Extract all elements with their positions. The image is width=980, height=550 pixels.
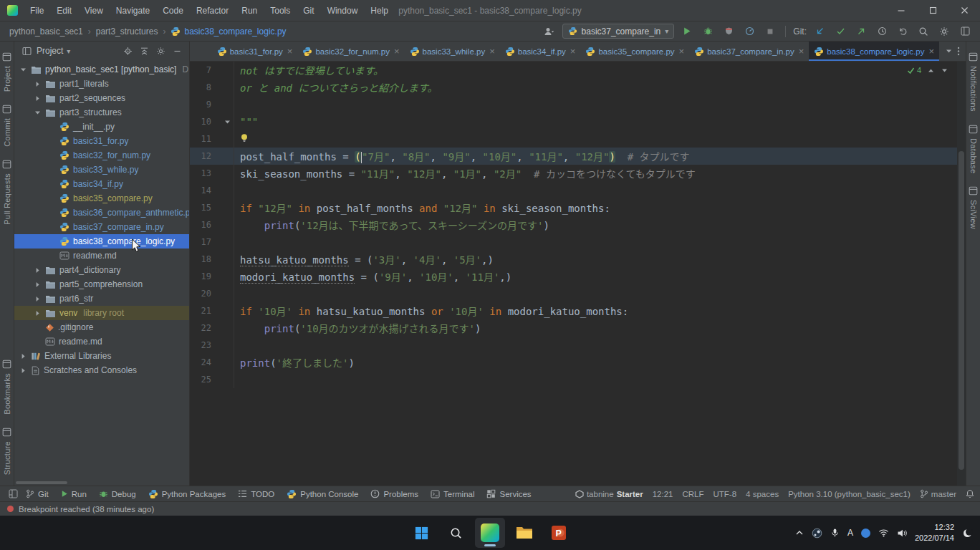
- menu-code[interactable]: Code: [156, 0, 190, 21]
- toolwindow-button-pull-requests[interactable]: Pull Requests: [2, 160, 11, 225]
- tab-close-icon[interactable]: ×: [679, 46, 685, 57]
- line-number[interactable]: 13: [190, 168, 211, 178]
- start-button[interactable]: [406, 518, 436, 548]
- debug-button[interactable]: [700, 24, 716, 39]
- tab-close-icon[interactable]: ×: [928, 46, 934, 57]
- line-number[interactable]: 24: [190, 357, 211, 367]
- horizontal-scrollbar[interactable]: [16, 481, 67, 484]
- collapse-all-button[interactable]: [138, 44, 150, 57]
- toolwindow-terminal[interactable]: Terminal: [431, 489, 474, 499]
- code-line[interactable]: 19modori_katuo_months = ('9月', '10月', '1…: [190, 268, 957, 285]
- code-line[interactable]: 11: [190, 130, 957, 148]
- tree-item[interactable]: venv library root: [14, 306, 189, 320]
- code-line[interactable]: 16 print('12月は、下半期であって、スキーシーズンの月です'): [190, 216, 957, 233]
- menu-git[interactable]: Git: [297, 0, 320, 21]
- history-button[interactable]: [874, 24, 890, 39]
- taskbar-search-icon[interactable]: [441, 518, 471, 548]
- line-number[interactable]: 23: [190, 340, 211, 350]
- python-interpreter[interactable]: Python 3.10 (python_basic_sec1): [788, 490, 911, 498]
- editor-tab[interactable]: basic32_for_num.py×: [297, 42, 404, 61]
- line-number[interactable]: 9: [190, 100, 211, 110]
- line-number[interactable]: 8: [190, 82, 211, 92]
- toolwindow-switcher-icon[interactable]: [6, 489, 20, 498]
- tree-item[interactable]: basic36_compare_anthmetic.py: [14, 206, 189, 220]
- editor-tab[interactable]: basic33_while.py×: [405, 42, 500, 61]
- toolwindow-debug[interactable]: Debug: [99, 489, 136, 499]
- line-number[interactable]: 10: [190, 117, 211, 127]
- code-line[interactable]: 23: [190, 337, 957, 354]
- hide-panel-button[interactable]: [170, 44, 183, 57]
- close-button[interactable]: [948, 0, 980, 21]
- breadcrumb-item[interactable]: part3_structures: [94, 26, 160, 37]
- scrollbar-thumb[interactable]: [959, 151, 964, 470]
- tree-item[interactable]: basic35_compare.py: [14, 191, 189, 206]
- run-button[interactable]: [679, 24, 695, 39]
- toolwindow-button-structure[interactable]: Structure: [2, 428, 11, 475]
- menu-refactor[interactable]: Refactor: [190, 0, 235, 21]
- pycharm-logo-icon[interactable]: [7, 5, 18, 16]
- menu-edit[interactable]: Edit: [50, 0, 78, 21]
- line-number[interactable]: 15: [190, 203, 211, 213]
- line-number[interactable]: 14: [190, 185, 211, 196]
- code-line[interactable]: 12post_half_months = ("7月", "8月", "9月", …: [190, 148, 957, 165]
- code-line[interactable]: 25: [190, 371, 957, 388]
- menu-file[interactable]: File: [24, 0, 50, 21]
- layout-button[interactable]: [957, 24, 973, 39]
- tree-item[interactable]: basic37_compare_in.py: [14, 220, 189, 234]
- menu-run[interactable]: Run: [235, 0, 264, 21]
- inspections-ok[interactable]: 4: [907, 66, 921, 74]
- code-line[interactable]: 18hatsu_katuo_months = ('3月', '4月', '5月'…: [190, 251, 957, 268]
- line-number[interactable]: 21: [190, 306, 211, 316]
- user-account-icon[interactable]: [542, 24, 557, 39]
- taskbar-pycharm-icon[interactable]: [475, 518, 505, 548]
- minimize-button[interactable]: [885, 0, 917, 21]
- line-separator[interactable]: CRLF: [682, 490, 703, 498]
- volume-icon[interactable]: [897, 529, 907, 538]
- toolwindow-services[interactable]: Services: [486, 489, 531, 499]
- tab-close-icon[interactable]: ×: [287, 46, 293, 57]
- coverage-button[interactable]: [721, 24, 736, 39]
- toolwindow-button-database[interactable]: Database: [969, 125, 978, 174]
- tray-chevron-up-icon[interactable]: [795, 529, 804, 536]
- tree-item[interactable]: readme.md: [14, 334, 189, 349]
- code-line[interactable]: 17: [190, 233, 957, 251]
- tree-item[interactable]: basic32_for_num.py: [14, 148, 189, 163]
- toolwindow-button-sciview[interactable]: SciView: [969, 186, 978, 229]
- toolwindow-python-packages[interactable]: Python Packages: [148, 489, 226, 499]
- line-number[interactable]: 12: [190, 151, 211, 161]
- code-line[interactable]: 9: [190, 96, 957, 113]
- tab-close-icon[interactable]: ×: [489, 46, 495, 57]
- line-number[interactable]: 16: [190, 220, 211, 230]
- line-number[interactable]: 20: [190, 289, 211, 299]
- tab-close-icon[interactable]: ×: [394, 46, 400, 57]
- line-number[interactable]: 17: [190, 237, 211, 247]
- code-line[interactable]: 20: [190, 285, 957, 302]
- cortana-icon[interactable]: [861, 529, 870, 538]
- tree-item[interactable]: readme.md: [14, 249, 189, 263]
- toolwindow-git[interactable]: Git: [26, 489, 49, 499]
- tree-item[interactable]: part6_str: [14, 291, 189, 306]
- settings-gear-icon[interactable]: [936, 24, 952, 39]
- line-number[interactable]: 22: [190, 323, 211, 333]
- code-editor[interactable]: 7not はすでに登場しています。8or と and についてさらっと紹介します…: [190, 62, 966, 486]
- commit-button[interactable]: [832, 24, 848, 39]
- code-line[interactable]: 15if "12月" in post_half_months and "12月"…: [190, 199, 957, 216]
- line-number[interactable]: 25: [190, 375, 211, 385]
- line-number[interactable]: 18: [190, 254, 211, 264]
- tree-item[interactable]: part4_dictionary: [14, 263, 189, 277]
- menu-window[interactable]: Window: [321, 0, 365, 21]
- taskbar-powerpoint-icon[interactable]: P: [544, 518, 574, 548]
- tree-item[interactable]: basic33_while.py: [14, 163, 189, 177]
- next-highlight-chevron-down-icon[interactable]: [941, 67, 948, 74]
- rollback-button[interactable]: [895, 24, 911, 39]
- panel-settings-gear-icon[interactable]: [154, 44, 167, 57]
- toolwindow-button-bookmarks[interactable]: Bookmarks: [2, 360, 11, 415]
- search-everywhere-button[interactable]: [916, 24, 931, 39]
- tree-item[interactable]: python_basic_sec1 [python_basic] D:\: [14, 62, 189, 77]
- toolwindow-problems[interactable]: Problems: [370, 489, 418, 499]
- editor-tab[interactable]: basic38_compare_logic.py×: [809, 42, 939, 61]
- focus-assist-moon-icon[interactable]: [962, 528, 973, 539]
- code-line[interactable]: 14: [190, 182, 957, 199]
- update-project-button[interactable]: [812, 24, 827, 39]
- breadcrumb-item[interactable]: python_basic_sec1: [7, 26, 85, 37]
